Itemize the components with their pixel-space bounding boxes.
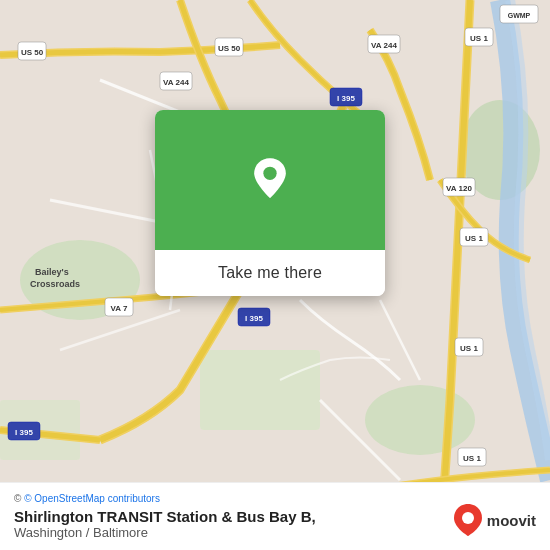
info-bar: © © OpenStreetMap contributors Shirlingt… — [0, 482, 550, 550]
take-me-there-button[interactable]: Take me there — [155, 250, 385, 296]
svg-text:I 395: I 395 — [337, 94, 355, 103]
svg-text:Bailey's: Bailey's — [35, 267, 69, 277]
osm-link[interactable]: © OpenStreetMap contributors — [24, 493, 160, 504]
popup-card: Take me there — [155, 110, 385, 296]
svg-text:Crossroads: Crossroads — [30, 279, 80, 289]
svg-text:US 1: US 1 — [463, 454, 481, 463]
svg-text:US 1: US 1 — [460, 344, 478, 353]
svg-point-3 — [365, 385, 475, 455]
svg-rect-2 — [200, 350, 320, 430]
svg-text:US 1: US 1 — [465, 234, 483, 243]
svg-text:GWMP: GWMP — [508, 12, 531, 19]
moovit-logo-text: moovit — [487, 512, 536, 529]
svg-text:US 50: US 50 — [21, 48, 44, 57]
moovit-logo[interactable]: moovit — [453, 502, 536, 538]
location-pin-icon — [245, 155, 295, 205]
svg-text:VA 7: VA 7 — [111, 304, 128, 313]
moovit-pin-icon — [453, 502, 483, 538]
copyright-symbol: © — [14, 493, 21, 504]
svg-text:VA 120: VA 120 — [446, 184, 472, 193]
station-region: Washington / Baltimore — [14, 525, 316, 540]
svg-text:VA 244: VA 244 — [163, 78, 189, 87]
svg-point-44 — [462, 512, 474, 524]
svg-point-43 — [263, 167, 276, 180]
map-container: US 50 US 50 VA 244 VA 244 US 1 US 1 US 1… — [0, 0, 550, 550]
svg-text:I 395: I 395 — [15, 428, 33, 437]
station-name: Shirlington TRANSIT Station & Bus Bay B, — [14, 508, 316, 525]
svg-text:US 50: US 50 — [218, 44, 241, 53]
svg-text:US 1: US 1 — [470, 34, 488, 43]
svg-text:VA 244: VA 244 — [371, 41, 397, 50]
svg-text:I 395: I 395 — [245, 314, 263, 323]
popup-map-area — [155, 110, 385, 250]
